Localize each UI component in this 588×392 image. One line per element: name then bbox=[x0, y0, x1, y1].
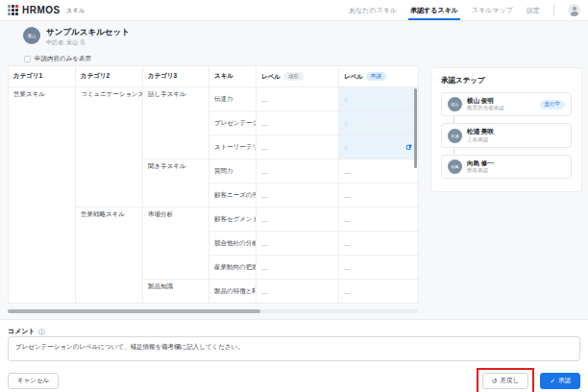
nav-skill-map[interactable]: スキルマップ bbox=[472, 0, 513, 20]
page-title: サンプルスキルセット bbox=[46, 27, 130, 37]
approval-step-1: 横山 横山 俊明 教育担当者承認 進行中 bbox=[441, 92, 572, 116]
cell-level-applied: … bbox=[339, 232, 419, 256]
cell-level-current: … bbox=[257, 159, 339, 184]
approve-button[interactable]: ✓ 承認 bbox=[540, 373, 580, 389]
header-level-applied: レベル申請 bbox=[339, 66, 419, 87]
approver-role: 上長承認 bbox=[467, 136, 494, 143]
header-cat3: カテゴリ3 bbox=[143, 66, 209, 87]
comment-label: コメント bbox=[8, 327, 36, 336]
cell-skill: 伝達力 bbox=[209, 87, 257, 111]
nav-approve-skills[interactable]: 承認するスキル bbox=[410, 0, 458, 20]
in-progress-badge: 進行中 bbox=[540, 100, 566, 110]
cell-cat3: 話し手スキル bbox=[143, 87, 209, 159]
cell-level-current: … bbox=[257, 280, 339, 304]
top-navbar: HRMOS スキル あなたのスキル 承認するスキル スキルマップ 設定 bbox=[0, 0, 588, 21]
cell-level-applied: … bbox=[339, 256, 419, 280]
applied-badge: 申請 bbox=[366, 72, 386, 81]
table-header-row: カテゴリ1 カテゴリ2 カテゴリ3 スキル レベル現在 レベル申請 bbox=[9, 66, 419, 87]
cell-level-current: … bbox=[257, 111, 339, 135]
cell-level-current: … bbox=[257, 135, 339, 159]
logo-grid-icon bbox=[8, 5, 18, 15]
approver-role: 部長承認 bbox=[467, 167, 494, 174]
cell-skill: 産業動向の把握 bbox=[209, 256, 257, 280]
table-horizontal-scrollbar[interactable] bbox=[8, 309, 260, 313]
cell-level-applied[interactable]: ○ bbox=[339, 135, 419, 159]
cell-level-applied: … bbox=[339, 208, 419, 232]
approver-name: 向島 修一 bbox=[467, 159, 494, 167]
red-annotation-box: ↺ 差戻し bbox=[477, 368, 535, 392]
comment-section: コメント プレゼンテーションのレベルについて、補足情報を備考欄に記入してください… bbox=[0, 319, 588, 392]
approver-avatar: 松浦 bbox=[448, 129, 462, 143]
cell-level-applied[interactable]: ○ bbox=[339, 111, 419, 135]
app-window: HRMOS スキル あなたのスキル 承認するスキル スキルマップ 設定 葉山 サ… bbox=[0, 0, 588, 392]
approver-role: 教育担当者承認 bbox=[467, 105, 504, 111]
cell-level-current: … bbox=[257, 256, 339, 280]
applicant-label: 申請者: 葉山 岳 bbox=[46, 38, 130, 47]
footer-actions: キャンセル ↺ 差戻し ✓ 承認 bbox=[8, 368, 580, 392]
logo-product-label: スキル bbox=[66, 7, 86, 15]
cell-level-current: … bbox=[257, 232, 339, 256]
cell-level-current: … bbox=[257, 184, 339, 208]
approval-step-2: 松浦 松浦 美咲 上長承認 bbox=[441, 123, 572, 147]
nav-settings[interactable]: 設定 bbox=[527, 0, 540, 20]
user-avatar-icon[interactable] bbox=[568, 4, 580, 16]
nav-your-skills[interactable]: あなたのスキル bbox=[349, 0, 397, 20]
approver-name: 横山 俊明 bbox=[467, 97, 504, 105]
step-connector bbox=[453, 148, 454, 155]
cell-level-current: … bbox=[257, 87, 339, 111]
cell-skill: 製品の特徴と利点の説明 bbox=[209, 280, 257, 304]
hrmos-logo: HRMOS スキル bbox=[8, 5, 86, 15]
cell-skill: プレゼンテーション bbox=[209, 111, 257, 135]
cell-cat3: 聞き手スキル bbox=[143, 159, 209, 208]
cell-level-current: … bbox=[257, 208, 339, 232]
skill-table: カテゴリ1 カテゴリ2 カテゴリ3 スキル レベル現在 レベル申請 営業スキル … bbox=[8, 65, 419, 304]
header-level-current: レベル現在 bbox=[257, 66, 339, 87]
table-row: 営業スキル コミュニケーションスキル 話し手スキル 伝達力 … ○ bbox=[9, 87, 419, 111]
filter-row: 申請内容のみを表示 bbox=[24, 55, 91, 63]
cell-level-applied[interactable]: ○ bbox=[339, 87, 419, 111]
cell-cat3: 市場分析 bbox=[143, 208, 209, 280]
table-horizontal-scroll-track bbox=[8, 309, 418, 313]
step-connector bbox=[453, 116, 454, 123]
cell-skill: 顧客セグメントの特定 bbox=[209, 208, 257, 232]
skill-table-container: カテゴリ1 カテゴリ2 カテゴリ3 スキル レベル現在 レベル申請 営業スキル … bbox=[8, 65, 418, 304]
cell-cat1: 営業スキル bbox=[9, 87, 76, 304]
undo-icon: ↺ bbox=[492, 378, 498, 384]
comment-input[interactable]: プレゼンテーションのレベルについて、補足情報を備考欄に記入してください。 bbox=[8, 336, 580, 361]
nav-divider bbox=[553, 5, 554, 15]
check-icon: ✓ bbox=[550, 378, 555, 384]
filter-checkbox-label: 申請内容のみを表示 bbox=[35, 55, 91, 63]
filter-checkbox[interactable] bbox=[24, 56, 31, 62]
cell-level-applied: … bbox=[339, 280, 419, 304]
logo-text: HRMOS bbox=[22, 5, 61, 15]
current-badge: 現在 bbox=[283, 72, 304, 81]
approval-steps-title: 承認ステップ bbox=[441, 76, 572, 86]
cell-skill: 競合他社の分析 bbox=[209, 232, 257, 256]
cancel-button[interactable]: キャンセル bbox=[8, 373, 59, 389]
approval-steps-panel: 承認ステップ 横山 横山 俊明 教育担当者承認 進行中 松浦 松浦 美咲 上長承… bbox=[430, 67, 582, 192]
applicant-avatar: 葉山 bbox=[23, 27, 40, 44]
memo-icon[interactable] bbox=[405, 143, 413, 152]
cell-cat2: コミュニケーションスキル bbox=[76, 87, 143, 208]
approval-step-3: 向島 向島 修一 部長承認 bbox=[441, 155, 572, 179]
approver-avatar: 横山 bbox=[448, 97, 462, 111]
info-icon[interactable] bbox=[38, 329, 45, 335]
header-skill: スキル bbox=[209, 66, 257, 87]
header-cat1: カテゴリ1 bbox=[9, 66, 76, 87]
remand-button[interactable]: ↺ 差戻し bbox=[482, 373, 529, 389]
cell-cat3: 製品知識 bbox=[143, 280, 209, 304]
cell-skill: 質問力 bbox=[209, 159, 257, 184]
header-cat2: カテゴリ2 bbox=[76, 66, 143, 87]
approver-name: 松浦 美咲 bbox=[467, 128, 494, 135]
cell-skill: 顧客ニーズの理解 bbox=[209, 184, 257, 208]
approver-avatar: 向島 bbox=[448, 159, 462, 174]
cell-level-applied: … bbox=[339, 184, 419, 208]
cell-level-applied: … bbox=[339, 159, 419, 184]
table-vertical-scrollbar[interactable] bbox=[414, 88, 417, 168]
main-nav: あなたのスキル 承認するスキル スキルマップ 設定 bbox=[349, 0, 580, 20]
cell-cat2: 営業戦略スキル bbox=[76, 208, 143, 304]
skillset-header: 葉山 サンプルスキルセット 申請者: 葉山 岳 bbox=[23, 27, 130, 47]
cell-skill: ストーリーテリング bbox=[209, 135, 257, 159]
